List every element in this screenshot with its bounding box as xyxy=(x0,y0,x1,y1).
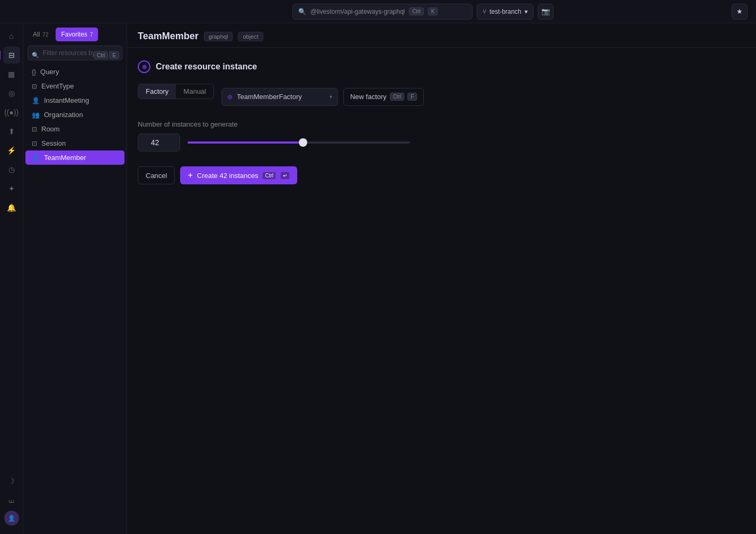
new-factory-button[interactable]: New factory Ctrl F xyxy=(343,88,424,106)
section-icon: ⊚ xyxy=(138,60,150,73)
session-icon: ⊡ xyxy=(32,140,37,147)
resource-item-query-label: Query xyxy=(40,68,59,76)
icon-sidebar-bottom: ☽ ⧢ 👤 xyxy=(3,473,20,530)
resource-item-eventtype-label: EventType xyxy=(41,82,74,90)
factory-row: ⊚ TeamMemberFactory ▾ New factory Ctrl F xyxy=(221,88,424,106)
resource-item-teammember[interactable]: 👤 TeamMember xyxy=(25,150,124,165)
resource-item-room[interactable]: ⊡ Room xyxy=(25,122,124,136)
topbar-right: ★ xyxy=(732,4,748,20)
resource-sidebar: All 72 Favorites 7 🔍 Ctrl E {} Query ⊡ xyxy=(23,23,127,534)
filter-kbd: Ctrl E xyxy=(94,51,119,59)
instances-label: Number of instances to generate xyxy=(138,120,745,128)
query-icon: {} xyxy=(32,68,36,76)
sidebar-item-clock[interactable]: ◷ xyxy=(3,161,20,178)
git-branch-icon: ⑂ xyxy=(483,8,486,15)
instantmeeting-icon: 👤 xyxy=(32,97,40,104)
filter-search-icon: 🔍 xyxy=(32,52,39,59)
topbar-center: 🔍 @livestorm/api-gateways-graphql Ctrl K… xyxy=(292,4,554,20)
branch-label: test-branch xyxy=(490,8,521,15)
camera-icon: 📷 xyxy=(541,7,550,15)
search-text: @livestorm/api-gateways-graphql xyxy=(310,8,405,15)
instances-input[interactable] xyxy=(138,134,180,152)
search-icon: 🔍 xyxy=(298,8,306,15)
mode-tabs: Factory Manual xyxy=(138,84,214,99)
branch-button[interactable]: ⑂ test-branch ▾ xyxy=(477,4,533,20)
avatar[interactable]: 👤 xyxy=(4,511,19,526)
sidebar-item-upload[interactable]: ⬆ xyxy=(3,123,20,140)
sidebar-item-bell[interactable]: 🔔 xyxy=(3,199,20,216)
factory-icon: ⊚ xyxy=(227,93,233,101)
resource-item-query[interactable]: {} Query xyxy=(25,65,124,79)
sidebar-item-broadcast[interactable]: ((●)) xyxy=(3,104,20,121)
create-button[interactable]: + Create 42 instances Ctrl ↵ xyxy=(180,166,297,184)
tab-all[interactable]: All 72 xyxy=(28,28,54,41)
create-label: Create 42 instances xyxy=(197,172,259,180)
filter-input-wrap: 🔍 Ctrl E xyxy=(23,46,127,65)
eventtype-icon: ⊡ xyxy=(32,83,37,90)
resource-item-instantmeeting-label: InstantMeeting xyxy=(44,96,89,104)
create-plus-icon: + xyxy=(188,171,192,180)
resource-item-teammember-label: TeamMember xyxy=(44,154,86,162)
content-area: TeamMember graphql object ⊚ Create resou… xyxy=(127,23,756,534)
star-button[interactable]: ★ xyxy=(732,4,748,20)
camera-button[interactable]: 📷 xyxy=(538,4,554,20)
new-factory-label: New factory xyxy=(350,93,387,101)
resource-list: {} Query ⊡ EventType 👤 InstantMeeting 👥 … xyxy=(23,65,127,165)
tab-factory[interactable]: Factory xyxy=(138,84,176,99)
resource-item-instantmeeting[interactable]: 👤 InstantMeeting xyxy=(25,93,124,108)
resource-item-organization-label: Organization xyxy=(44,111,83,119)
tag-object: object xyxy=(238,32,263,41)
resource-item-eventtype[interactable]: ⊡ EventType xyxy=(25,79,124,93)
icon-sidebar: ⌂ ⊟ ▦ ◎ ((●)) ⬆ ⚡ ◷ ✦ 🔔 ☽ ⧢ 👤 xyxy=(0,23,23,534)
factory-chevron-icon: ▾ xyxy=(330,94,332,100)
sidebar-item-sliders[interactable]: ⧢ xyxy=(3,492,20,509)
action-row: Cancel + Create 42 instances Ctrl ↵ xyxy=(138,166,745,184)
tab-row: All 72 Favorites 7 xyxy=(23,28,127,46)
tag-graphql: graphql xyxy=(204,32,233,41)
tab-manual[interactable]: Manual xyxy=(176,84,214,99)
sidebar-item-chart[interactable]: ▦ xyxy=(3,66,20,83)
organization-icon: 👥 xyxy=(32,111,40,119)
slider-thumb[interactable] xyxy=(299,138,307,147)
cancel-button[interactable]: Cancel xyxy=(138,166,175,184)
factory-select[interactable]: ⊚ TeamMemberFactory ▾ xyxy=(221,88,338,106)
page-header: TeamMember graphql object xyxy=(127,23,756,48)
teammember-icon: 👤 xyxy=(32,154,40,162)
section-title: ⊚ Create resource instance xyxy=(138,60,745,73)
branch-chevron-icon: ▾ xyxy=(524,8,528,15)
main-layout: ⌂ ⊟ ▦ ◎ ((●)) ⬆ ⚡ ◷ ✦ 🔔 ☽ ⧢ 👤 All 72 Fav… xyxy=(0,23,756,534)
sidebar-item-home[interactable]: ⌂ xyxy=(3,28,20,44)
content-body: ⊚ Create resource instance Factory Manua… xyxy=(127,48,756,534)
page-title: TeamMember xyxy=(138,31,199,42)
sidebar-item-camera[interactable]: ◎ xyxy=(3,85,20,102)
resource-item-session[interactable]: ⊡ Session xyxy=(25,136,124,150)
instances-row xyxy=(138,134,745,152)
resource-item-room-label: Room xyxy=(41,125,60,133)
sidebar-item-moon[interactable]: ☽ xyxy=(3,473,20,490)
search-kbd1: Ctrl xyxy=(409,7,424,15)
slider-fill xyxy=(188,141,303,144)
star-icon: ★ xyxy=(736,7,743,15)
search-kbd2: K xyxy=(428,7,438,15)
resource-item-organization[interactable]: 👥 Organization xyxy=(25,108,124,122)
sidebar-item-graph[interactable]: ✦ xyxy=(3,180,20,197)
topbar: 🔍 @livestorm/api-gateways-graphql Ctrl K… xyxy=(0,0,756,23)
resource-item-session-label: Session xyxy=(41,139,66,147)
room-icon: ⊡ xyxy=(32,126,37,133)
factory-name: TeamMemberFactory xyxy=(237,93,302,101)
sidebar-item-lightning[interactable]: ⚡ xyxy=(3,142,20,159)
search-bar[interactable]: 🔍 @livestorm/api-gateways-graphql Ctrl K xyxy=(292,4,473,20)
sidebar-item-layers[interactable]: ⊟ xyxy=(3,47,20,64)
tab-favorites[interactable]: Favorites 7 xyxy=(56,28,98,41)
slider-track[interactable] xyxy=(188,141,410,144)
